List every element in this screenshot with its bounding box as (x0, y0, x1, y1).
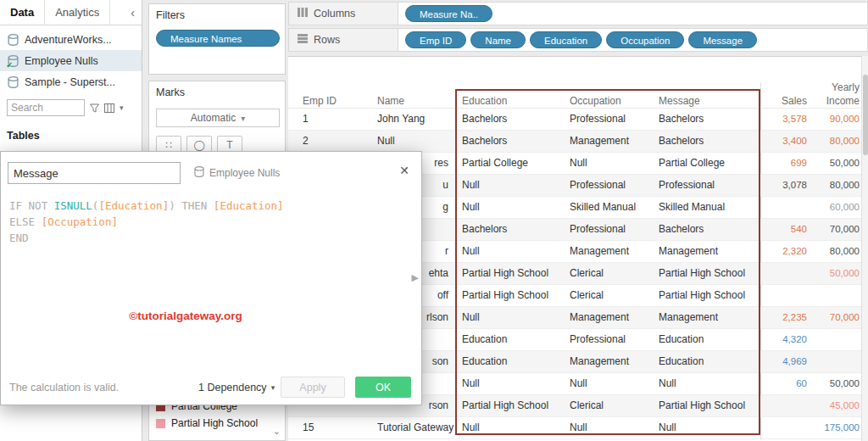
cell-yearly-income[interactable]: 80,000 (809, 131, 860, 153)
view-options-icon[interactable] (104, 103, 114, 113)
cell-education[interactable]: Null (462, 197, 565, 219)
cell-occupation[interactable]: Clerical (570, 285, 654, 307)
pill-message[interactable]: Message (688, 31, 757, 48)
cell-name[interactable]: John Yang (377, 109, 455, 131)
cell-occupation[interactable]: Professional (570, 219, 654, 241)
close-icon[interactable]: ✕ (399, 164, 409, 177)
cell-occupation[interactable]: Professional (570, 175, 654, 197)
cell-occupation[interactable]: Management (570, 241, 654, 263)
cell-education[interactable]: Null (462, 175, 565, 197)
cell-occupation[interactable]: Skilled Manual (570, 197, 654, 219)
rows-shelf[interactable]: Rows Emp IDNameEducationOccupationMessag… (288, 28, 868, 52)
cell-education[interactable]: Null (462, 417, 565, 439)
cell-occupation[interactable]: Null (570, 417, 654, 439)
cell-sales[interactable]: 2,320 (712, 241, 807, 263)
cell-yearly-income[interactable]: 45,000 (809, 395, 860, 417)
cell-yearly-income[interactable]: 50,000 (809, 373, 860, 395)
cell-sales[interactable]: 3,578 (712, 109, 807, 131)
view-options-caret-icon[interactable]: ▾ (120, 103, 124, 112)
cell-yearly-income[interactable]: 80,000 (809, 241, 860, 263)
cell-occupation[interactable]: Management (570, 351, 654, 373)
col-header-emp-id[interactable]: Emp ID (303, 95, 337, 107)
cell-name[interactable]: Null (377, 131, 455, 153)
cell-education[interactable]: Null (462, 373, 565, 395)
cell-yearly-income[interactable]: 60,000 (809, 197, 860, 219)
col-header-income[interactable]: Income (809, 95, 860, 107)
cell-occupation[interactable]: Clerical (570, 395, 654, 417)
functions-pane-expand-icon[interactable]: ▶ (412, 272, 419, 283)
search-input[interactable] (7, 99, 85, 116)
cell-education[interactable]: Education (462, 329, 565, 351)
cell-emp-id[interactable]: 1 (303, 109, 376, 131)
legend-item[interactable]: Partial High School (149, 415, 285, 432)
cell-education[interactable]: Null (462, 307, 565, 329)
cell-occupation[interactable]: Null (570, 153, 654, 175)
col-header-name[interactable]: Name (377, 95, 404, 107)
cell-education[interactable]: Partial High School (462, 285, 565, 307)
vertical-scrollbar-thumb[interactable] (863, 75, 868, 155)
cell-yearly-income[interactable]: 80,000 (809, 175, 860, 197)
formula-editor[interactable]: IF NOT ISNULL([Education]) THEN [Educati… (9, 198, 404, 316)
legend-scroll-down-icon[interactable]: ⌄ (273, 426, 281, 437)
col-header-message[interactable]: Message (659, 95, 700, 107)
columns-shelf-body[interactable]: Measure Na.. (398, 2, 868, 25)
cell-education[interactable]: Partial College (462, 153, 565, 175)
cell-sales[interactable] (712, 263, 807, 285)
cell-occupation[interactable]: Professional (570, 329, 654, 351)
cell-occupation[interactable]: Null (570, 373, 654, 395)
col-header-occupation[interactable]: Occupation (570, 95, 621, 107)
ok-button[interactable]: OK (355, 377, 411, 398)
cell-emp-id[interactable]: 15 (303, 417, 376, 439)
col-header-yearly[interactable]: Yearly (809, 81, 860, 93)
cell-education[interactable]: Bachelors (462, 109, 565, 131)
cell-occupation[interactable]: Management (570, 307, 654, 329)
cell-sales[interactable]: 60 (712, 373, 807, 395)
cell-sales[interactable]: 4,320 (712, 329, 807, 351)
apply-button[interactable]: Apply (281, 377, 345, 398)
tab-data[interactable]: Data (0, 0, 45, 25)
cell-sales[interactable]: 2,235 (712, 307, 807, 329)
cell-education[interactable]: Education (462, 351, 565, 373)
pill-emp-id[interactable]: Emp ID (405, 31, 466, 48)
datasource-item[interactable]: AdventureWorks... (0, 29, 142, 50)
pill-measure-names[interactable]: Measure Names (156, 30, 280, 47)
cell-sales[interactable]: 3,400 (712, 131, 807, 153)
pill-occupation[interactable]: Occupation (606, 31, 684, 48)
cell-education[interactable]: Null (462, 241, 565, 263)
dependency-dropdown[interactable]: 1 Dependency ▾ (198, 382, 275, 394)
cell-education[interactable]: Bachelors (462, 131, 565, 153)
col-header-sales[interactable]: Sales (712, 95, 807, 107)
cell-occupation[interactable]: Professional (570, 109, 654, 131)
cell-sales[interactable]: 3,078 (712, 175, 807, 197)
cell-yearly-income[interactable]: 90,000 (809, 109, 860, 131)
cell-sales[interactable] (712, 285, 807, 307)
columns-shelf[interactable]: Columns Measure Na.. (288, 2, 868, 25)
rows-shelf-body[interactable]: Emp IDNameEducationOccupationMessage (398, 28, 868, 52)
cell-sales[interactable]: 4,969 (712, 351, 807, 373)
cell-emp-id[interactable]: 2 (303, 131, 376, 153)
cell-education[interactable]: Partial High School (462, 395, 565, 417)
cell-sales[interactable] (712, 197, 807, 219)
pill-name[interactable]: Name (470, 31, 526, 48)
datasource-item[interactable]: ✓Employee Nulls (0, 50, 142, 71)
calculation-name-input[interactable] (8, 162, 181, 184)
collapse-pane-icon[interactable]: ‹ (124, 6, 142, 20)
cell-yearly-income[interactable]: 175,000 (809, 417, 860, 439)
cell-yearly-income[interactable]: 70,000 (809, 219, 860, 241)
cell-sales[interactable]: 540 (712, 219, 807, 241)
cell-yearly-income[interactable]: 50,000 (809, 263, 860, 285)
datasource-item[interactable]: Sample - Superst... (0, 71, 142, 92)
cell-occupation[interactable]: Clerical (570, 263, 654, 285)
cell-name[interactable]: Tutorial Gateway (377, 417, 455, 439)
cell-yearly-income[interactable] (809, 329, 860, 351)
cell-education[interactable]: Bachelors (462, 219, 565, 241)
cell-sales[interactable] (712, 417, 807, 439)
cell-yearly-income[interactable]: 50,000 (809, 153, 860, 175)
cell-occupation[interactable]: Management (570, 131, 654, 153)
filter-funnel-icon[interactable] (90, 103, 99, 113)
tab-analytics[interactable]: Analytics (45, 0, 110, 25)
cell-sales[interactable] (712, 395, 807, 417)
pill-measure-na-[interactable]: Measure Na.. (405, 5, 492, 22)
pill-education[interactable]: Education (530, 31, 602, 48)
col-header-education[interactable]: Education (462, 95, 507, 107)
